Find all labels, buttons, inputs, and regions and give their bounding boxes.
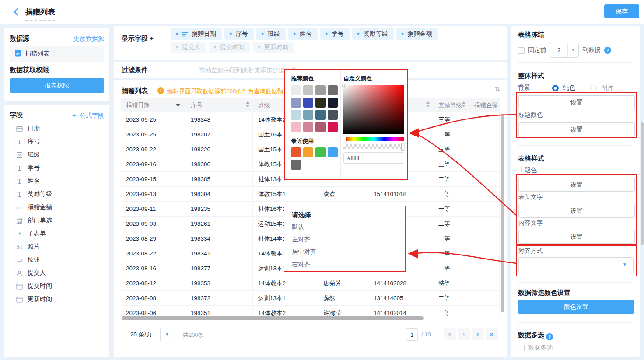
recommended-color-swatch[interactable]: [328, 122, 338, 132]
page-size-select[interactable]: 20 条/页 ▼: [122, 328, 174, 341]
column-header-序号[interactable]: 序号: [186, 98, 253, 112]
next-page-button[interactable]: ›: [472, 328, 484, 340]
hex-color-input[interactable]: #ffffff: [343, 152, 404, 164]
vertical-scrollbar[interactable]: [501, 114, 504, 312]
help-icon[interactable]: ?: [604, 47, 611, 54]
align-option-默认[interactable]: 默认: [292, 223, 304, 231]
freeze-count-select[interactable]: 2 ▼: [550, 43, 579, 58]
field-item-照片[interactable]: 照片: [4, 240, 109, 253]
window-scrollbar[interactable]: [640, 122, 644, 245]
filter-dropzone[interactable]: 拖动左侧字段到此处来添加过滤条件: [199, 66, 297, 74]
sort-updown-icon[interactable]: [426, 101, 430, 107]
change-datasource-link[interactable]: 更改数据源: [74, 35, 104, 43]
sort-updown-icon[interactable]: [462, 101, 466, 107]
field-item-奖励等级[interactable]: 奖励等级: [4, 188, 109, 201]
align-option-居中对齐[interactable]: 居中对齐: [292, 248, 316, 256]
recent-color-swatch[interactable]: [328, 147, 338, 157]
recommended-color-swatch[interactable]: [303, 98, 313, 108]
field-item-提交人[interactable]: 提交人: [4, 266, 109, 280]
recommended-color-swatch[interactable]: [303, 85, 313, 95]
display-field-chip-序号[interactable]: ▼序号: [224, 28, 254, 40]
hue-slider[interactable]: [343, 137, 404, 141]
field-item-部门单选[interactable]: 部门单选: [4, 214, 109, 227]
picker-dot[interactable]: [342, 84, 345, 87]
field-item-提交时间[interactable]: 提交时间: [4, 280, 109, 293]
horizontal-scrollbar[interactable]: [122, 316, 424, 320]
first-page-button[interactable]: «: [444, 328, 456, 340]
recommended-color-swatch[interactable]: [291, 98, 301, 108]
solid-color-radio[interactable]: [552, 85, 559, 91]
recommended-color-swatch[interactable]: [315, 122, 326, 132]
table-row[interactable]: 2023-08-0619835114体教本2许湾滢1414102014二等: [121, 306, 500, 318]
display-field-chip-班级[interactable]: ▼班级: [256, 28, 286, 40]
theme-color-set-button[interactable]: 设置: [518, 178, 635, 192]
help-icon[interactable]: ?: [546, 333, 553, 340]
recommended-color-swatch[interactable]: [291, 110, 301, 120]
prev-page-button[interactable]: ‹: [458, 328, 470, 340]
field-item-更新时间[interactable]: 更新时间: [4, 293, 109, 306]
field-item-按钮[interactable]: 按钮: [4, 253, 109, 266]
multi-select-checkbox[interactable]: [518, 345, 525, 351]
color-set-button[interactable]: 颜色设置: [518, 300, 634, 314]
align-option-左对齐[interactable]: 左对齐: [292, 236, 310, 244]
table-row[interactable]: 2023-08-08198372运训13本1薛然131414005二等: [121, 291, 500, 306]
recommended-color-swatch[interactable]: [328, 110, 338, 120]
report-permission-button[interactable]: 报表权限: [10, 78, 104, 93]
field-item-子表单[interactable]: 子表单: [4, 227, 109, 240]
alpha-handle[interactable]: [401, 143, 404, 151]
recommended-color-swatch[interactable]: [328, 85, 338, 95]
recommended-color-swatch[interactable]: [303, 122, 313, 132]
background-set-button[interactable]: 设置: [518, 95, 635, 109]
save-button[interactable]: 保存: [604, 4, 639, 18]
back-icon[interactable]: [11, 7, 21, 17]
add-field-icon[interactable]: +: [150, 35, 154, 42]
field-item-序号[interactable]: 序号: [4, 135, 109, 148]
recommended-color-swatch[interactable]: [315, 85, 326, 95]
title-color-set-button[interactable]: 设置: [518, 122, 635, 136]
align-select[interactable]: ▼: [518, 257, 634, 272]
display-field-chip-捐赠金额[interactable]: ▼捐赠金额: [396, 28, 438, 40]
recommended-color-swatch[interactable]: [291, 122, 301, 132]
freeze-checkbox[interactable]: [518, 47, 525, 54]
recommended-color-swatch[interactable]: [303, 110, 313, 120]
recent-color-swatch[interactable]: [315, 147, 326, 157]
display-field-chip-学号[interactable]: ▼学号: [320, 28, 350, 40]
column-header-捐赠金额[interactable]: 捐赠金额: [469, 98, 500, 112]
recent-color-swatch[interactable]: [291, 147, 301, 157]
recent-color-swatch[interactable]: [291, 160, 301, 170]
table-sort-icon[interactable]: ⇅: [494, 85, 500, 93]
header-text-set-button[interactable]: 设置: [518, 204, 635, 218]
align-option-右对齐[interactable]: 右对齐: [292, 261, 310, 269]
display-field-chip-更新时间[interactable]: ▼更新时间: [253, 42, 294, 53]
datasource-item[interactable]: 捐赠列表: [10, 46, 104, 62]
sort-desc-icon[interactable]: [176, 104, 180, 107]
recommended-color-swatch[interactable]: [315, 110, 326, 120]
recent-color-swatch[interactable]: [303, 147, 313, 157]
hue-handle[interactable]: [343, 136, 346, 143]
add-formula-field-link[interactable]: ＋ 公式字段: [71, 111, 104, 120]
display-field-chip-提交人[interactable]: ▼提交人: [171, 42, 206, 53]
alpha-slider[interactable]: [343, 144, 404, 149]
recommended-color-swatch[interactable]: [328, 98, 338, 108]
column-header-捐赠日期[interactable]: 捐赠日期: [121, 98, 186, 112]
field-item-姓名[interactable]: 姓名: [4, 175, 109, 188]
field-item-学号[interactable]: 学号: [4, 161, 109, 175]
field-item-捐赠金额[interactable]: 123捐赠金额: [4, 201, 109, 214]
table-row[interactable]: 2023-09-13198304体教15本1凌欢1514101018二等: [121, 187, 500, 202]
table-row[interactable]: 2023-08-1219835314体教本2唐菊芳1414102028特等: [121, 276, 500, 291]
recommended-color-swatch[interactable]: [315, 98, 326, 108]
field-item-班级[interactable]: 班级: [4, 148, 109, 161]
saturation-picker[interactable]: [343, 85, 404, 134]
display-field-chip-提交时间[interactable]: ▼提交时间: [209, 42, 250, 53]
column-header-奖励等级[interactable]: 奖励等级: [433, 98, 469, 112]
display-field-chip-捐赠日期[interactable]: ▼捐赠日期: [171, 28, 222, 40]
display-field-chip-姓名[interactable]: ▼姓名: [288, 28, 318, 40]
image-radio[interactable]: [590, 85, 597, 91]
content-text-set-button[interactable]: 设置: [518, 230, 635, 244]
page-number-input[interactable]: 1: [406, 328, 418, 341]
recommended-color-swatch[interactable]: [291, 85, 301, 95]
sort-updown-icon[interactable]: [246, 101, 249, 107]
display-field-chip-奖励等级[interactable]: ▼奖励等级: [352, 28, 394, 40]
field-item-日期[interactable]: 日期: [4, 122, 109, 135]
last-page-button[interactable]: »: [486, 328, 498, 340]
